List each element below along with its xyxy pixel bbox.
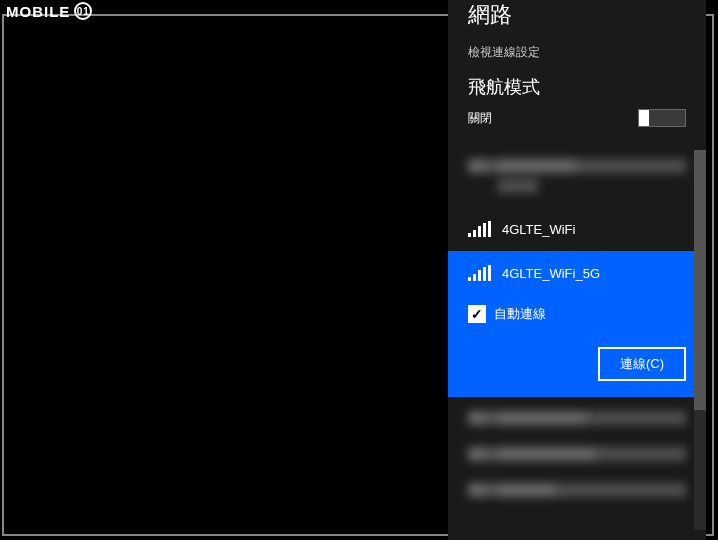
network-name: 4GLTE_WiFi_5G bbox=[502, 266, 600, 281]
scrollbar-thumb[interactable] bbox=[694, 150, 706, 410]
scrollbar-track[interactable] bbox=[694, 150, 706, 530]
network-panel: 網路 檢視連線設定 飛航模式 關閉 4GLTE_WiFi bbox=[448, 0, 706, 540]
wifi-signal-icon bbox=[468, 265, 490, 281]
network-item-blurred[interactable] bbox=[448, 397, 706, 439]
watermark-icon: 01 bbox=[74, 2, 92, 20]
connect-button[interactable]: 連線(C) bbox=[598, 347, 686, 381]
airplane-mode-toggle[interactable] bbox=[638, 109, 686, 127]
network-item-blurred[interactable] bbox=[448, 145, 706, 207]
auto-connect-row[interactable]: ✓ 自動連線 bbox=[468, 305, 686, 323]
watermark-text: MOBILE bbox=[6, 3, 70, 20]
wifi-signal-icon bbox=[468, 221, 490, 237]
auto-connect-label: 自動連線 bbox=[494, 305, 546, 323]
watermark-logo: MOBILE 01 bbox=[6, 2, 92, 20]
network-name: 4GLTE_WiFi bbox=[502, 222, 575, 237]
network-item-blurred[interactable] bbox=[448, 475, 706, 511]
panel-title: 網路 bbox=[448, 0, 706, 38]
airplane-mode-status: 關閉 bbox=[468, 110, 492, 127]
view-connection-settings-link[interactable]: 檢視連線設定 bbox=[448, 38, 706, 75]
airplane-mode-section: 飛航模式 關閉 bbox=[448, 75, 706, 145]
network-list: 4GLTE_WiFi 4GLTE_WiFi_5G ✓ 自動連線 連線(C) bbox=[448, 145, 706, 540]
auto-connect-checkbox[interactable]: ✓ bbox=[468, 305, 486, 323]
network-item[interactable]: 4GLTE_WiFi bbox=[448, 207, 706, 251]
network-item-blurred[interactable] bbox=[448, 439, 706, 475]
toggle-handle bbox=[639, 110, 649, 126]
network-item-selected[interactable]: 4GLTE_WiFi_5G ✓ 自動連線 連線(C) bbox=[448, 251, 706, 397]
airplane-mode-title: 飛航模式 bbox=[468, 75, 686, 99]
